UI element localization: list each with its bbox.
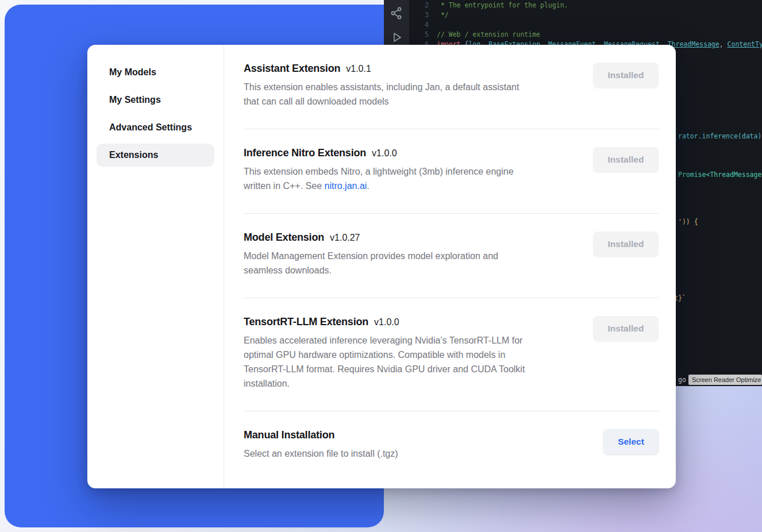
extension-title: Model Extension xyxy=(244,232,324,244)
installed-button[interactable]: Installed xyxy=(593,147,659,172)
extension-row-nitro: Inference Nitro Extension v1.0.0 This ex… xyxy=(244,129,659,213)
extension-version: v1.0.1 xyxy=(346,64,371,74)
extension-description: Model Management Extension provides mode… xyxy=(244,249,579,277)
status-text: go xyxy=(678,376,686,384)
code-fragment: ')) { xyxy=(678,217,698,226)
desktop: 2 * The entrypoint for the plugin. 3 */ … xyxy=(0,0,762,532)
settings-sidebar: My Models My Settings Advanced Settings … xyxy=(87,45,224,488)
settings-panel: My Models My Settings Advanced Settings … xyxy=(87,45,676,488)
extension-title: Assistant Extension xyxy=(244,63,340,75)
manual-installation-title: Manual Installation xyxy=(244,429,334,441)
extension-title: TensortRT-LLM Extension xyxy=(244,316,368,328)
installed-button[interactable]: Installed xyxy=(593,232,659,257)
sidebar-item-my-settings[interactable]: My Settings xyxy=(97,88,214,111)
extension-description: Enables accelerated inference leveraging… xyxy=(244,333,579,391)
code-fragment: rator.inference(data)); xyxy=(678,132,762,141)
extension-title: Inference Nitro Extension xyxy=(244,147,366,159)
extension-description: This extension enables assistants, inclu… xyxy=(244,80,579,109)
code-line: 3 */ xyxy=(409,10,449,20)
extensions-list: Assistant Extension v1.0.1 This extensio… xyxy=(224,45,676,488)
extension-row-assistant: Assistant Extension v1.0.1 This extensio… xyxy=(244,45,659,129)
run-icon[interactable] xyxy=(389,30,404,45)
code-line: 2 * The entrypoint for the plugin. xyxy=(409,1,568,10)
git-branch-icon[interactable] xyxy=(389,6,404,21)
manual-installation-row: Manual Installation Select an extension … xyxy=(244,411,659,481)
screen-reader-badge[interactable]: Screen Reader Optimize xyxy=(688,375,762,385)
extension-description: This extension embeds Nitro, a lightweig… xyxy=(244,164,579,193)
extension-row-model: Model Extension v1.0.27 Model Management… xyxy=(244,214,659,298)
extension-version: v1.0.0 xyxy=(374,317,399,327)
nitro-jan-ai-link[interactable]: nitro.jan.ai xyxy=(325,181,367,191)
installed-button[interactable]: Installed xyxy=(593,63,659,88)
extension-version: v1.0.27 xyxy=(330,233,360,243)
sidebar-item-advanced-settings[interactable]: Advanced Settings xyxy=(97,116,214,139)
code-line: 5// Web / extension runtime xyxy=(409,30,540,39)
code-fragment: Promise<ThreadMessage> xyxy=(678,170,762,179)
code-line: 4 xyxy=(409,20,437,29)
select-file-button[interactable]: Select xyxy=(603,429,659,454)
extension-row-tensorrt: TensortRT-LLM Extension v1.0.0 Enables a… xyxy=(244,298,659,411)
installed-button[interactable]: Installed xyxy=(593,316,659,341)
extension-version: v1.0.0 xyxy=(372,148,397,159)
manual-installation-description: Select an extension file to install (.tg… xyxy=(244,446,590,461)
sidebar-item-my-models[interactable]: My Models xyxy=(97,61,214,84)
sidebar-item-extensions[interactable]: Extensions xyxy=(97,144,214,167)
code-fragment: t}` xyxy=(674,294,686,303)
